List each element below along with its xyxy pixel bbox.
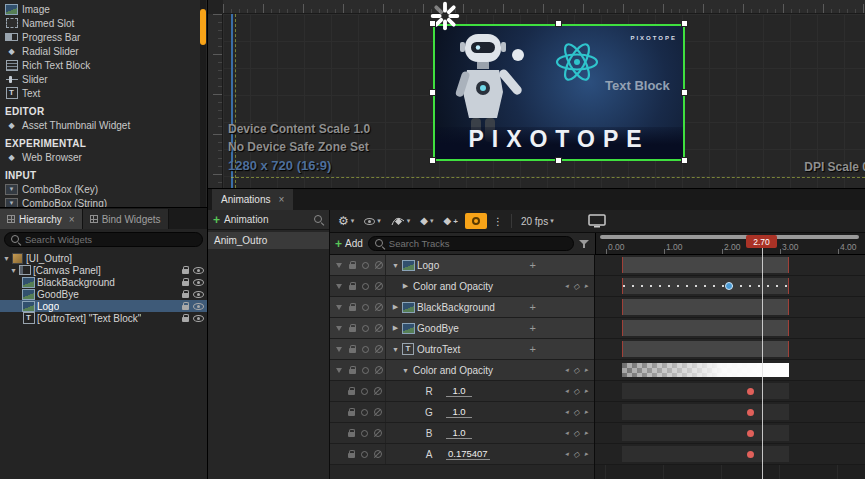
lock-icon[interactable]: [348, 324, 357, 333]
add-key-button[interactable]: ◆+: [441, 214, 461, 228]
mute-icon[interactable]: [373, 429, 382, 438]
selected-image-widget[interactable]: PIXOTOPE Text Block PIXOTOPE: [433, 24, 685, 161]
resize-handle-bm[interactable]: [555, 157, 562, 164]
lock-icon[interactable]: [348, 261, 357, 270]
pin-icon[interactable]: [335, 282, 344, 291]
section-bar[interactable]: [622, 341, 789, 357]
record-icon[interactable]: [360, 429, 369, 438]
track-outrotext[interactable]: ▼OutroText +: [330, 339, 594, 360]
timeline-range-bar[interactable]: [600, 235, 859, 239]
add-section-icon[interactable]: +: [530, 301, 536, 313]
palette-item-combobox-string[interactable]: ComboBox (String): [0, 196, 207, 207]
curve-options-button[interactable]: ▾: [388, 213, 414, 229]
lock-icon[interactable]: [347, 408, 356, 417]
tree-item-blackbackground[interactable]: BlackBackground: [0, 276, 207, 288]
lock-icon[interactable]: [181, 278, 189, 286]
resize-handle-ml[interactable]: [429, 89, 436, 96]
next-key-icon[interactable]: ▸: [584, 429, 588, 437]
keyframe-red[interactable]: [747, 409, 754, 416]
lock-icon[interactable]: [348, 345, 357, 354]
filter-icon[interactable]: [579, 239, 590, 249]
keyframe-blue[interactable]: [725, 282, 733, 290]
add-section-icon[interactable]: +: [530, 322, 536, 334]
alpha-gradient-bar[interactable]: [622, 363, 789, 377]
keyframe-red[interactable]: [747, 430, 754, 437]
tree-item-goodbye[interactable]: GoodBye: [0, 288, 207, 300]
add-track-button[interactable]: +Add: [335, 238, 363, 249]
expander-icon[interactable]: ▶: [400, 282, 411, 290]
lane-channel-r[interactable]: [595, 381, 865, 402]
next-key-icon[interactable]: ▸: [584, 387, 588, 395]
track-outrotext-color-opacity[interactable]: ▼Color and Opacity ◂◇▸: [330, 360, 594, 381]
search-tracks-box[interactable]: [368, 236, 574, 251]
keyframe-options-button[interactable]: ◆▾: [417, 214, 436, 228]
playhead-line[interactable]: [762, 246, 763, 479]
mute-icon[interactable]: [374, 345, 383, 354]
prev-key-icon[interactable]: ◂: [565, 366, 569, 374]
tree-item-outrotext[interactable]: [OutroText] "Text Block": [0, 312, 207, 324]
mute-icon[interactable]: [374, 324, 383, 333]
tree-item-ui-outro[interactable]: ▼[UI_Outro]: [0, 252, 207, 264]
section-bar[interactable]: [622, 299, 789, 315]
mute-icon[interactable]: [373, 450, 382, 459]
palette-item-named-slot[interactable]: Named Slot: [0, 16, 207, 30]
add-section-icon[interactable]: +: [530, 343, 536, 355]
palette-item-slider[interactable]: Slider: [0, 72, 207, 86]
search-widgets-input[interactable]: [25, 234, 196, 245]
pin-icon[interactable]: [335, 324, 344, 333]
palette-item-radial-slider[interactable]: Radial Slider: [0, 44, 207, 58]
lane-outrotext[interactable]: [595, 339, 865, 360]
lane-outrotext-color-opacity[interactable]: [595, 360, 865, 381]
pin-icon[interactable]: [335, 261, 344, 270]
fps-dropdown[interactable]: 20 fps▾: [518, 214, 557, 229]
view-options-button[interactable]: ▾: [361, 215, 384, 227]
track-logo-color-opacity[interactable]: ▶Color and Opacity ◂◇▸: [330, 276, 594, 297]
auto-key-toggle[interactable]: [465, 213, 487, 229]
more-options-icon[interactable]: ⋮: [493, 216, 503, 227]
resize-handle-tm[interactable]: [555, 20, 562, 27]
expander-icon[interactable]: ▼: [390, 346, 401, 353]
channel-value[interactable]: 1.0: [446, 406, 472, 418]
timeline-lanes[interactable]: [595, 255, 865, 479]
lock-icon[interactable]: [347, 450, 356, 459]
palette-item-progress-bar[interactable]: Progress Bar: [0, 30, 207, 44]
prev-key-icon[interactable]: ◂: [565, 387, 569, 395]
record-icon[interactable]: [360, 387, 369, 396]
search-animations-button[interactable]: [314, 215, 324, 225]
lane-goodbye[interactable]: [595, 318, 865, 339]
add-key-icon[interactable]: ◇: [573, 450, 579, 459]
record-icon[interactable]: [361, 303, 370, 312]
add-key-icon[interactable]: ◇: [573, 366, 579, 375]
mute-icon[interactable]: [373, 387, 382, 396]
section-bar[interactable]: [622, 257, 789, 273]
expander-icon[interactable]: ▼: [390, 262, 401, 269]
record-icon[interactable]: [361, 345, 370, 354]
resize-handle-mr[interactable]: [681, 89, 688, 96]
lane-channel-g[interactable]: [595, 402, 865, 423]
add-key-icon[interactable]: ◇: [573, 408, 579, 417]
lock-icon[interactable]: [348, 303, 357, 312]
eye-icon[interactable]: [193, 279, 204, 286]
palette-item-rich-text-block[interactable]: Rich Text Block: [0, 58, 207, 72]
palette-item-asset-thumbnail[interactable]: Asset Thumbnail Widget: [0, 118, 207, 132]
palette-item-text[interactable]: Text: [0, 86, 207, 100]
next-key-icon[interactable]: ▸: [584, 408, 588, 416]
record-icon[interactable]: [361, 324, 370, 333]
record-icon[interactable]: [361, 366, 370, 375]
lock-icon[interactable]: [348, 366, 357, 375]
lock-icon[interactable]: [181, 314, 189, 322]
lane-channel-a[interactable]: [595, 444, 865, 465]
lock-icon[interactable]: [348, 282, 357, 291]
tab-animations[interactable]: Animations×: [212, 189, 293, 210]
palette-scrollbar-thumb[interactable]: [200, 9, 206, 45]
lock-icon[interactable]: [181, 302, 189, 310]
add-animation-button[interactable]: Animation: [224, 214, 268, 225]
lane-logo-color-opacity[interactable]: [595, 276, 865, 297]
section-bar[interactable]: [622, 320, 789, 336]
keyframe-red[interactable]: [747, 388, 754, 395]
mute-icon[interactable]: [374, 303, 383, 312]
prev-key-icon[interactable]: ◂: [565, 282, 569, 290]
palette-scrollbar[interactable]: [200, 0, 206, 207]
expander-icon[interactable]: ▶: [390, 324, 401, 332]
mute-icon[interactable]: [374, 366, 383, 375]
